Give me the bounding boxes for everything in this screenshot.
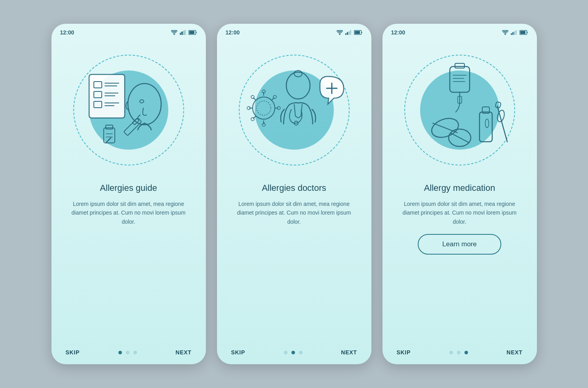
status-icons-3 — [502, 30, 528, 35]
dots-3 — [449, 351, 468, 354]
doctors-illustration — [237, 51, 352, 165]
screen-title-3: Allergy medication — [424, 183, 495, 193]
svg-point-17 — [140, 100, 144, 103]
content-area-1: Allergies guide Lorem ipsum dolor sit di… — [51, 181, 206, 345]
skip-button-3[interactable]: SKIP — [397, 349, 411, 356]
next-button-2[interactable]: NEXT — [341, 349, 357, 356]
svg-rect-59 — [450, 67, 470, 92]
status-bar-3: 12:00 — [382, 24, 537, 39]
svg-line-68 — [451, 133, 469, 143]
svg-rect-5 — [189, 31, 194, 34]
content-area-3: Allergy medication Lorem ipsum dolor sit… — [382, 181, 537, 345]
dots-1 — [118, 351, 137, 354]
skip-button-2[interactable]: SKIP — [231, 349, 245, 356]
wifi-icon-1 — [171, 30, 177, 35]
svg-line-71 — [497, 106, 507, 142]
svg-rect-58 — [520, 31, 525, 34]
svg-line-66 — [433, 123, 457, 133]
svg-point-48 — [251, 118, 254, 121]
svg-line-21 — [138, 115, 140, 117]
signal-icon-3 — [511, 30, 517, 35]
dot-1-1 — [118, 351, 122, 354]
svg-line-19 — [106, 138, 111, 143]
screen-body-2: Lorem ipsum dolor sit dim amet, mea regi… — [231, 200, 357, 226]
dots-2 — [284, 351, 303, 354]
illustration-area-2 — [217, 39, 371, 181]
dot-2-3 — [299, 351, 303, 354]
illustration-area-3 — [382, 39, 537, 181]
svg-point-16 — [128, 84, 161, 125]
svg-rect-28 — [348, 31, 350, 35]
phones-container: 12:00 — [51, 24, 537, 364]
dot-1-3 — [133, 351, 137, 354]
time-3: 12:00 — [391, 29, 405, 36]
svg-point-32 — [286, 72, 310, 99]
screen-title-2: Allergies doctors — [262, 183, 326, 193]
svg-rect-3 — [185, 30, 186, 35]
signal-icon-2 — [345, 30, 352, 35]
svg-point-50 — [251, 95, 254, 99]
content-area-2: Allergies doctors Lorem ipsum dolor sit … — [217, 181, 371, 345]
dot-1-2 — [126, 351, 129, 354]
illustration-area-1 — [51, 39, 206, 181]
svg-point-36 — [257, 101, 271, 115]
battery-icon-1 — [188, 30, 197, 35]
svg-rect-1 — [181, 32, 183, 35]
skip-button-1[interactable]: SKIP — [66, 349, 80, 356]
screen-title-1: Allergies guide — [100, 183, 157, 193]
signal-icon-1 — [180, 30, 186, 35]
svg-rect-56 — [516, 30, 517, 35]
battery-icon-2 — [354, 30, 363, 35]
status-bar-1: 12:00 — [51, 24, 206, 39]
allergies-guide-illustration — [71, 51, 186, 165]
medication-illustration — [402, 51, 517, 165]
svg-rect-22 — [104, 128, 115, 143]
svg-rect-53 — [511, 33, 512, 35]
screen-body-3: Lorem ipsum dolor sit dim amet, mea regi… — [397, 200, 523, 226]
status-bar-2: 12:00 — [217, 24, 371, 39]
phone-3: 12:00 — [382, 24, 537, 364]
svg-rect-60 — [455, 63, 464, 68]
battery-icon-3 — [519, 30, 528, 35]
phone-1: 12:00 — [51, 24, 206, 364]
time-1: 12:00 — [60, 29, 74, 36]
svg-rect-0 — [180, 33, 181, 35]
next-button-3[interactable]: NEXT — [506, 349, 522, 356]
svg-rect-26 — [345, 33, 346, 35]
svg-rect-2 — [183, 31, 184, 35]
svg-point-33 — [294, 70, 302, 77]
screen-body-1: Lorem ipsum dolor sit dim amet, mea regi… — [66, 200, 192, 226]
svg-rect-54 — [512, 32, 514, 35]
bottom-nav-1: SKIP NEXT — [51, 345, 206, 364]
learn-more-button[interactable]: Learn more — [418, 234, 501, 255]
svg-rect-31 — [355, 31, 360, 34]
svg-rect-55 — [514, 31, 515, 35]
time-2: 12:00 — [226, 29, 240, 36]
svg-point-46 — [273, 95, 276, 99]
dot-3-1 — [449, 351, 453, 354]
svg-rect-29 — [350, 30, 351, 35]
svg-rect-27 — [347, 32, 348, 35]
phone-2: 12:00 — [217, 24, 371, 364]
wifi-icon-3 — [502, 30, 508, 35]
bottom-nav-2: SKIP NEXT — [217, 345, 371, 364]
dot-2-1 — [284, 351, 287, 354]
dot-3-2 — [457, 351, 461, 354]
next-button-1[interactable]: NEXT — [175, 349, 191, 356]
svg-rect-23 — [106, 125, 113, 129]
status-icons-2 — [337, 30, 363, 35]
wifi-icon-2 — [337, 30, 343, 35]
status-icons-1 — [171, 30, 197, 35]
bottom-nav-3: SKIP NEXT — [382, 345, 537, 364]
dot-2-2 — [291, 351, 295, 354]
dot-3-3 — [464, 351, 468, 354]
